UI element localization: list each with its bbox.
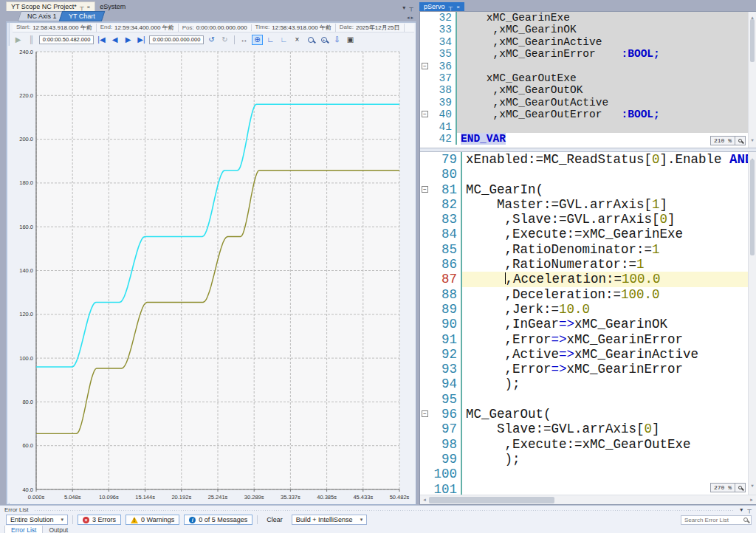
errors-filter-button[interactable]: × 3 Errors bbox=[78, 515, 121, 525]
code-line[interactable]: 32 xMC_GearinExe bbox=[420, 12, 756, 24]
scope-position-field[interactable] bbox=[149, 35, 204, 44]
close-icon[interactable]: × bbox=[456, 4, 460, 10]
tab-yt-scope-nc-project[interactable]: YT Scope NC Project* ┬ × bbox=[6, 1, 95, 11]
error-search-box[interactable] bbox=[681, 515, 752, 525]
code-line[interactable]: −96MC_GearOut( bbox=[420, 407, 756, 422]
fold-marker-icon[interactable]: − bbox=[422, 186, 428, 193]
code-line[interactable]: 94 ); bbox=[420, 376, 756, 391]
error-search-input[interactable] bbox=[684, 517, 740, 523]
code-line[interactable]: 34 ,xMC_GearinActive bbox=[420, 36, 756, 48]
fit-horizontal-icon[interactable]: ↔ bbox=[238, 35, 250, 45]
code-line[interactable]: −36 bbox=[420, 61, 756, 72]
scope-length-field[interactable] bbox=[39, 35, 94, 44]
status-pos: Pos:0:00:00.00.000.000 bbox=[179, 24, 252, 31]
axis-tick-label: 60.0 bbox=[22, 442, 33, 449]
code-line[interactable]: 91 ,Error=>xMC_GearinError bbox=[420, 332, 756, 347]
horizontal-scrollbar[interactable]: ◂ ▸ bbox=[420, 495, 756, 504]
line-number: 42 bbox=[430, 133, 456, 145]
zoom-button[interactable] bbox=[735, 136, 746, 145]
code-line[interactable]: 35 ,xMC_GearinError :BOOL; bbox=[420, 48, 756, 60]
tab-esystem[interactable]: eSystem bbox=[95, 2, 130, 11]
code-line[interactable]: 33 ,xMC_GearinOK bbox=[420, 24, 756, 35]
code-line[interactable]: 93 ,Error=>xMC_GearinError bbox=[420, 362, 756, 376]
code-line[interactable]: 39 ,xMC_GearOutActive bbox=[420, 97, 756, 109]
step-back-icon[interactable]: ◀ bbox=[109, 35, 120, 45]
code-line[interactable]: 97 Slave:=GVL.arrAxis[0] bbox=[420, 422, 756, 436]
code-line[interactable]: 98 ,Execute:=xMC_GearOutExe bbox=[420, 437, 756, 452]
pin-icon[interactable]: ┬ bbox=[747, 506, 752, 513]
code-line[interactable]: 42END_VAR bbox=[420, 133, 756, 145]
pin-icon[interactable]: ┬ bbox=[80, 4, 84, 10]
fold-marker-icon[interactable]: − bbox=[422, 410, 428, 417]
pin-icon[interactable]: ┬ bbox=[449, 4, 453, 10]
code-line[interactable]: 101 bbox=[420, 482, 756, 495]
replay-icon[interactable]: ↺ bbox=[206, 35, 217, 45]
pause-icon[interactable]: ║ bbox=[26, 35, 37, 45]
subtab-yt-chart[interactable]: YT Chart bbox=[58, 11, 104, 21]
axis-scale-alt-icon[interactable]: ∟ bbox=[278, 35, 289, 45]
pan-mode-icon[interactable]: ⊕ bbox=[252, 35, 263, 45]
code-line[interactable]: 89 ,Jerk:=10.0 bbox=[420, 302, 756, 317]
code-line[interactable]: 99 ); bbox=[420, 452, 756, 467]
code-line[interactable]: 37 xMC_GearOutExe bbox=[420, 72, 756, 84]
fold-marker-icon[interactable]: − bbox=[422, 111, 428, 117]
code-line[interactable]: 86 ,RatioNumerator:=1 bbox=[420, 257, 756, 272]
warnings-filter-button[interactable]: 0 Warnings bbox=[126, 515, 179, 525]
code-pane-declarations[interactable]: 32 xMC_GearinExe33 ,xMC_GearinOK34 ,xMC_… bbox=[420, 12, 756, 148]
vertical-scrollbar[interactable]: ▲ ▼ bbox=[748, 152, 756, 495]
zoom-button[interactable] bbox=[735, 483, 746, 492]
line-number: 80 bbox=[430, 167, 461, 182]
code-text: xEnabled:=MC_ReadStatus[0].Enable AND bbox=[462, 152, 756, 167]
code-line[interactable]: 84 ,Execute:=xMC_GearinExe bbox=[420, 227, 756, 241]
yt-chart[interactable]: 240.0220.0200.0180.0160.0140.0120.0100.0… bbox=[8, 46, 414, 503]
snapshot-icon[interactable]: ▣ bbox=[345, 35, 356, 45]
zoom-cancel-icon[interactable]: × bbox=[292, 35, 303, 45]
code-line[interactable]: 85 ,RatioDenominator:=1 bbox=[420, 242, 756, 257]
code-line[interactable]: 95 bbox=[420, 392, 756, 407]
scope-panel: Start:12:58:43.918.000 午前 End:12:59:34.4… bbox=[6, 21, 416, 505]
export-icon[interactable]: ⇩ bbox=[331, 35, 343, 45]
play-icon[interactable]: ▶ bbox=[13, 35, 24, 45]
code-line[interactable]: 90 ,InGear=>xMC_GearinOK bbox=[420, 317, 756, 331]
step-forward-icon[interactable]: ▶ bbox=[123, 35, 134, 45]
zoom-region-icon[interactable]: + bbox=[318, 35, 329, 45]
code-line[interactable]: 87 ,Acceleration:=100.0 bbox=[420, 272, 756, 286]
subtab-scroll-arrows[interactable]: ◂ ▸ bbox=[407, 15, 413, 21]
zoom-mode-icon[interactable] bbox=[305, 35, 316, 45]
line-number: 91 bbox=[430, 332, 461, 347]
code-line[interactable]: 83 ,Slave:=GVL.arrAxis[0] bbox=[420, 212, 756, 227]
code-line[interactable]: 88 ,Deceleration:=100.0 bbox=[420, 287, 756, 302]
line-number: 82 bbox=[430, 197, 461, 212]
tab-error-list[interactable]: Error List bbox=[4, 526, 43, 533]
code-line[interactable]: 100 bbox=[420, 467, 756, 481]
code-line[interactable]: 41 bbox=[420, 121, 756, 133]
code-line[interactable]: 92 ,Active=>xMC_GearinActive bbox=[420, 347, 756, 362]
code-line[interactable]: 38 ,xMC_GearOutOK bbox=[420, 84, 756, 96]
line-number: 36 bbox=[430, 61, 456, 72]
code-line[interactable]: −40 ,xMC_GearOutError :BOOL; bbox=[420, 109, 756, 120]
code-pane-body[interactable]: 79xEnabled:=MC_ReadStatus[0].Enable AND8… bbox=[420, 152, 756, 495]
tab-strip-controls: ▾ ┬ bbox=[402, 4, 416, 11]
fold-marker-icon[interactable]: − bbox=[422, 63, 428, 69]
build-filter-dropdown[interactable]: Build + IntelliSense ▾ bbox=[292, 515, 367, 525]
scope-filter-dropdown[interactable]: Entire Solution ▾ bbox=[6, 515, 68, 525]
axis-scale-icon[interactable]: ∟ bbox=[265, 35, 276, 45]
vertical-scrollbar[interactable]: ▲ ▼ bbox=[748, 12, 756, 148]
close-icon[interactable]: × bbox=[87, 4, 91, 10]
panel-grip[interactable] bbox=[34, 509, 734, 512]
code-line[interactable]: 79xEnabled:=MC_ReadStatus[0].Enable AND bbox=[420, 152, 756, 167]
tab-output[interactable]: Output bbox=[43, 526, 74, 533]
replay-disabled-icon[interactable]: ↻ bbox=[219, 35, 230, 45]
chevron-down-icon[interactable]: ▾ bbox=[402, 4, 405, 11]
go-last-icon[interactable]: ▶| bbox=[136, 35, 147, 45]
messages-filter-button[interactable]: i 0 of 5 Messages bbox=[184, 515, 252, 525]
clear-button[interactable]: Clear bbox=[262, 516, 287, 523]
code-line[interactable]: −81MC_GearIn( bbox=[420, 182, 756, 197]
code-text: xMC_GearOutExe bbox=[457, 72, 756, 84]
code-line[interactable]: 80 bbox=[420, 167, 756, 182]
chevron-down-icon[interactable]: ▾ bbox=[740, 506, 743, 513]
code-line[interactable]: 82 Master:=GVL.arrAxis[1] bbox=[420, 197, 756, 212]
pin-icon[interactable]: ┬ bbox=[409, 4, 413, 11]
tab-pservo[interactable]: pServo ┬ × bbox=[419, 2, 464, 11]
go-first-icon[interactable]: |◀ bbox=[96, 35, 107, 45]
